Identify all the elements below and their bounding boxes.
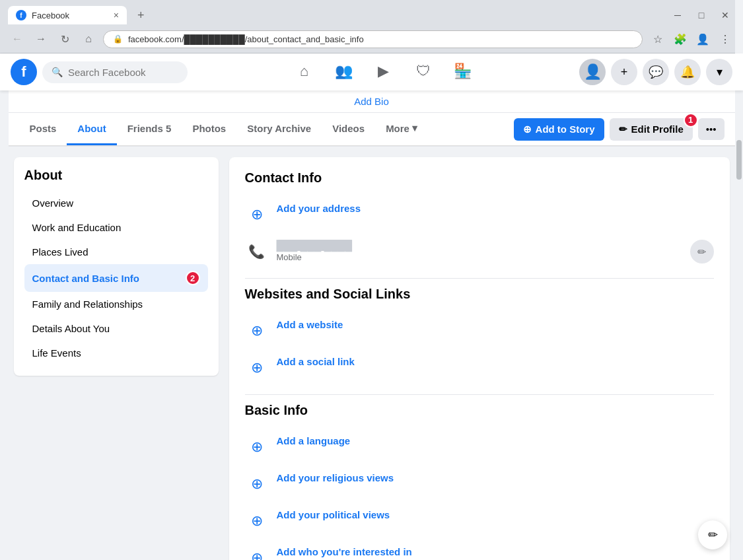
extensions-btn[interactable]: 🧩 [670, 29, 690, 49]
add-political-icon: ⊕ [245, 509, 269, 533]
mobile-actions: ✏ [690, 240, 714, 263]
profile-tabs-area: Add Bio Posts About Friends 5 Photos Sto… [9, 90, 735, 147]
add-address-icon: ⊕ [245, 203, 269, 227]
sidebar-item-contact-basic-info[interactable]: Contact and Basic Info 2 [24, 264, 208, 292]
add-to-story-btn[interactable]: ⊕ Add to Story [514, 118, 604, 141]
tab-videos[interactable]: Videos [322, 114, 375, 145]
add-bio-link[interactable]: Add Bio [354, 96, 389, 107]
floating-edit-area: ✏ [698, 520, 727, 549]
close-btn[interactable]: ✕ [715, 5, 735, 25]
forward-btn[interactable]: → [32, 30, 50, 48]
chevron-down-icon: ▾ [412, 122, 417, 134]
mobile-row: 📞 ███ ███ ████ Mobile ✏ [245, 233, 714, 270]
add-political-views-row: ⊕ Add your political views [245, 503, 714, 540]
add-religious-views-row: ⊕ Add your religious views [245, 466, 714, 503]
tab-story-archive[interactable]: Story Archive [236, 114, 322, 145]
tab-friends[interactable]: Friends 5 [117, 114, 182, 145]
add-bio-bar: Add Bio [9, 90, 735, 113]
tab-about[interactable]: About [67, 114, 116, 145]
menu-btn[interactable]: ⋮ [715, 29, 735, 49]
nav-actions: ☆ 🧩 👤 ⋮ [648, 29, 735, 49]
browser-tab[interactable]: f Facebook × [8, 6, 127, 24]
tab-close-btn[interactable]: × [114, 10, 119, 20]
sidebar-item-work-education[interactable]: Work and Education [24, 215, 208, 240]
tab-posts[interactable]: Posts [19, 114, 67, 145]
edit-profile-btn[interactable]: ✏ Edit Profile 1 [610, 118, 693, 141]
sidebar-item-life-events[interactable]: Life Events [24, 341, 208, 365]
search-input[interactable] [68, 67, 174, 78]
tab-title: Facebook [32, 11, 108, 20]
ssl-lock-icon: 🔒 [113, 34, 123, 44]
tab-favicon: f [16, 10, 26, 20]
minimize-btn[interactable]: ─ [668, 5, 688, 25]
tab-more[interactable]: More ▾ [375, 113, 428, 145]
new-tab-btn[interactable]: + [132, 6, 150, 25]
about-content-area: About Overview Work and Education Places… [9, 147, 735, 560]
profile-btn[interactable]: 👤 [693, 29, 713, 49]
basic-info-title: Basic Info [245, 403, 714, 418]
scrollbar-thumb [736, 140, 742, 180]
mobile-value: ███ ███ ████ [277, 240, 353, 251]
back-btn[interactable]: ← [8, 30, 26, 48]
pencil-icon: ✏ [619, 123, 627, 135]
contact-info-title: Contact Info [245, 170, 714, 186]
sidebar-item-overview[interactable]: Overview [24, 191, 208, 215]
browser-chrome: f Facebook × + ─ □ ✕ ← → ↻ ⌂ 🔒 facebook.… [0, 0, 743, 53]
maximize-btn[interactable]: □ [691, 5, 711, 25]
add-website-link[interactable]: Add a website [277, 319, 343, 330]
address-text: facebook.com/██████████/about_contact_an… [128, 34, 633, 44]
sidebar-item-family-relationships[interactable]: Family and Relationships [24, 292, 208, 316]
sidebar-item-details-about-you[interactable]: Details About You [24, 316, 208, 341]
profile-tabs: Posts About Friends 5 Photos Story Archi… [9, 113, 735, 146]
add-religious-link[interactable]: Add your religious views [277, 472, 394, 483]
browser-titlebar: f Facebook × + ─ □ ✕ [0, 0, 743, 25]
add-language-row: ⊕ Add a language [245, 429, 714, 466]
floating-edit-btn[interactable]: ✏ [698, 520, 727, 549]
fb-logo[interactable]: f [11, 59, 37, 85]
nav-groups-btn[interactable]: 🛡 [405, 56, 442, 88]
notifications-btn[interactable]: 🔔 [674, 59, 701, 85]
about-main: Contact Info ⊕ Add your address 📞 ███ ██… [229, 157, 730, 560]
nav-home-btn[interactable]: ⌂ [286, 56, 323, 88]
add-language-icon: ⊕ [245, 435, 269, 459]
add-website-icon: ⊕ [245, 319, 269, 343]
home-btn[interactable]: ⌂ [79, 30, 98, 48]
add-language-link[interactable]: Add a language [277, 435, 351, 446]
search-icon: 🔍 [52, 67, 63, 77]
fb-header-inner: f 🔍 ⌂ 👥 ▶ 🛡 🏪 👤 + 💬 🔔 ▾ [0, 53, 743, 90]
websites-title: Websites and Social Links [245, 287, 714, 302]
nav-video-btn[interactable]: ▶ [365, 56, 402, 88]
add-social-link-row: ⊕ Add a social link [245, 349, 714, 386]
add-interested-in-row: ⊕ Add who you're interested in [245, 540, 714, 560]
mobile-edit-btn[interactable]: ✏ [690, 240, 714, 263]
step-badge-1: 1 [684, 113, 698, 127]
step-badge-2: 2 [186, 271, 200, 285]
divider-2 [245, 394, 714, 395]
more-dots-btn[interactable]: ••• [698, 118, 725, 140]
add-address-link[interactable]: Add your address [277, 203, 361, 214]
address-bar[interactable]: 🔒 facebook.com/██████████/about_contact_… [103, 30, 643, 48]
add-btn[interactable]: + [611, 59, 637, 85]
profile-actions: ⊕ Add to Story ✏ Edit Profile 1 ••• [514, 118, 725, 141]
add-address-row: ⊕ Add your address [245, 196, 714, 233]
mobile-label: Mobile [277, 252, 682, 262]
user-avatar[interactable]: 👤 [579, 59, 606, 85]
plus-icon: ⊕ [523, 123, 532, 135]
nav-friends-btn[interactable]: 👥 [326, 56, 363, 88]
browser-navbar: ← → ↻ ⌂ 🔒 facebook.com/██████████/about_… [0, 25, 743, 53]
account-menu-btn[interactable]: ▾ [706, 59, 732, 85]
nav-marketplace-btn[interactable]: 🏪 [444, 56, 481, 88]
messenger-btn[interactable]: 💬 [643, 59, 669, 85]
tab-photos[interactable]: Photos [182, 114, 236, 145]
search-bar[interactable]: 🔍 [42, 61, 188, 83]
add-social-link[interactable]: Add a social link [277, 356, 355, 367]
add-website-row: ⊕ Add a website [245, 312, 714, 349]
fb-header-right: 👤 + 💬 🔔 ▾ [579, 59, 732, 85]
bookmark-btn[interactable]: ☆ [648, 29, 668, 49]
add-political-link[interactable]: Add your political views [277, 509, 390, 520]
refresh-btn[interactable]: ↻ [55, 30, 74, 48]
add-interested-link[interactable]: Add who you're interested in [277, 546, 412, 557]
fb-nav-center: ⌂ 👥 ▶ 🛡 🏪 [193, 56, 574, 88]
sidebar-item-places-lived[interactable]: Places Lived [24, 240, 208, 264]
fb-header: f 🔍 ⌂ 👥 ▶ 🛡 🏪 👤 + 💬 🔔 ▾ [0, 53, 743, 90]
